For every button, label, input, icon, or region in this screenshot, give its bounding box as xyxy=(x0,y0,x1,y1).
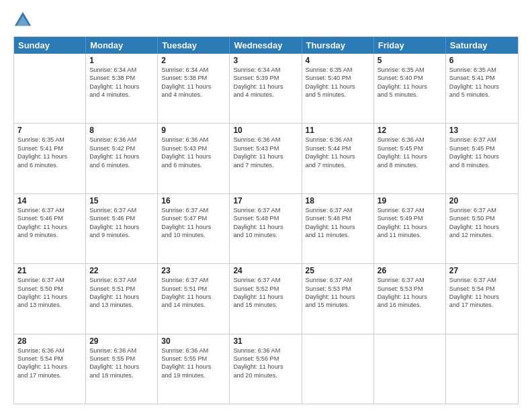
cell-info-line: Daylight: 11 hours xyxy=(161,363,226,371)
calendar-body: 1Sunrise: 6:34 AMSunset: 5:38 PMDaylight… xyxy=(14,54,518,404)
calendar-cell: 26Sunrise: 6:37 AMSunset: 5:53 PMDayligh… xyxy=(374,264,446,333)
cell-info-line: Sunset: 5:52 PM xyxy=(233,285,298,293)
cell-info-line: Daylight: 11 hours xyxy=(17,152,82,161)
calendar-cell: 10Sunrise: 6:36 AMSunset: 5:43 PMDayligh… xyxy=(230,124,302,193)
cell-info-line: Sunset: 5:44 PM xyxy=(306,144,370,152)
calendar-cell: 8Sunrise: 6:36 AMSunset: 5:42 PMDaylight… xyxy=(86,124,158,193)
calendar-cell: 24Sunrise: 6:37 AMSunset: 5:52 PMDayligh… xyxy=(230,264,302,333)
cell-info-line: Daylight: 11 hours xyxy=(161,293,226,301)
day-number: 28 xyxy=(17,336,82,346)
calendar-cell xyxy=(374,334,446,404)
day-number: 13 xyxy=(449,126,515,135)
calendar-cell xyxy=(302,334,374,404)
cell-info-line: Sunset: 5:40 PM xyxy=(378,74,442,82)
cell-info-line: Daylight: 11 hours xyxy=(378,152,442,161)
day-number: 18 xyxy=(306,196,370,205)
cell-info-line: Sunset: 5:53 PM xyxy=(378,285,442,293)
calendar-cell: 25Sunrise: 6:37 AMSunset: 5:53 PMDayligh… xyxy=(302,264,374,333)
calendar-header-cell: Thursday xyxy=(302,37,374,54)
calendar-week-row: 14Sunrise: 6:37 AMSunset: 5:46 PMDayligh… xyxy=(14,193,518,263)
cell-info-line: Daylight: 11 hours xyxy=(306,152,370,161)
cell-info-line: Daylight: 11 hours xyxy=(161,152,226,161)
calendar-cell: 31Sunrise: 6:36 AMSunset: 5:56 PMDayligh… xyxy=(230,334,302,404)
cell-info-line: Daylight: 11 hours xyxy=(378,223,442,231)
calendar-cell: 30Sunrise: 6:36 AMSunset: 5:55 PMDayligh… xyxy=(158,334,230,404)
calendar-cell: 14Sunrise: 6:37 AMSunset: 5:46 PMDayligh… xyxy=(14,194,86,263)
cell-info-line: Daylight: 11 hours xyxy=(17,293,82,301)
day-number: 1 xyxy=(89,56,154,65)
cell-info-line: Sunset: 5:45 PM xyxy=(378,144,442,152)
cell-info-line: Sunrise: 6:37 AM xyxy=(449,136,515,144)
calendar-header-cell: Friday xyxy=(374,37,446,54)
calendar-cell: 16Sunrise: 6:37 AMSunset: 5:47 PMDayligh… xyxy=(158,194,230,263)
cell-info-line: and 17 minutes. xyxy=(449,301,515,309)
cell-info-line: Sunset: 5:41 PM xyxy=(449,74,515,82)
day-number: 3 xyxy=(233,56,298,65)
day-number: 14 xyxy=(17,196,82,205)
cell-info-line: Sunset: 5:49 PM xyxy=(378,214,442,222)
calendar-cell: 3Sunrise: 6:34 AMSunset: 5:39 PMDaylight… xyxy=(230,54,302,123)
cell-info-line: Sunset: 5:50 PM xyxy=(449,214,515,222)
cell-info-line: Daylight: 11 hours xyxy=(306,83,370,91)
cell-info-line: Daylight: 11 hours xyxy=(233,223,298,231)
cell-info-line: Sunrise: 6:35 AM xyxy=(17,136,82,144)
calendar-cell xyxy=(446,334,518,404)
logo xyxy=(13,11,35,30)
cell-info-line: Sunrise: 6:36 AM xyxy=(89,347,154,355)
cell-info-line: Sunset: 5:38 PM xyxy=(161,74,226,82)
cell-info-line: Sunrise: 6:37 AM xyxy=(17,276,82,284)
calendar-cell: 21Sunrise: 6:37 AMSunset: 5:50 PMDayligh… xyxy=(14,264,86,333)
cell-info-line: Sunset: 5:42 PM xyxy=(89,144,154,152)
cell-info-line: and 4 minutes. xyxy=(89,91,154,99)
cell-info-line: Sunrise: 6:34 AM xyxy=(233,66,298,74)
cell-info-line: and 5 minutes. xyxy=(449,91,515,99)
day-number: 26 xyxy=(378,266,442,275)
day-number: 2 xyxy=(161,56,226,65)
cell-info-line: and 6 minutes. xyxy=(89,161,154,169)
cell-info-line: and 6 minutes. xyxy=(17,161,82,169)
cell-info-line: Sunrise: 6:36 AM xyxy=(233,136,298,144)
cell-info-line: Daylight: 11 hours xyxy=(233,363,298,371)
day-number: 24 xyxy=(233,266,298,275)
cell-info-line: and 11 minutes. xyxy=(378,231,442,239)
day-number: 6 xyxy=(449,56,515,65)
cell-info-line: and 10 minutes. xyxy=(161,231,226,239)
cell-info-line: Daylight: 11 hours xyxy=(449,83,515,91)
cell-info-line: Sunset: 5:40 PM xyxy=(306,74,370,82)
cell-info-line: Daylight: 11 hours xyxy=(378,293,442,301)
day-number: 16 xyxy=(161,196,226,205)
calendar-cell: 11Sunrise: 6:36 AMSunset: 5:44 PMDayligh… xyxy=(302,124,374,193)
cell-info-line: and 20 minutes. xyxy=(233,371,298,379)
calendar-week-row: 28Sunrise: 6:36 AMSunset: 5:54 PMDayligh… xyxy=(14,334,518,404)
calendar-cell: 15Sunrise: 6:37 AMSunset: 5:46 PMDayligh… xyxy=(86,194,158,263)
cell-info-line: Sunrise: 6:36 AM xyxy=(306,136,370,144)
cell-info-line: and 7 minutes. xyxy=(306,161,370,169)
header xyxy=(13,11,519,30)
cell-info-line: and 10 minutes. xyxy=(233,231,298,239)
cell-info-line: Sunset: 5:54 PM xyxy=(449,285,515,293)
day-number: 7 xyxy=(17,126,82,135)
calendar-cell: 1Sunrise: 6:34 AMSunset: 5:38 PMDaylight… xyxy=(86,54,158,123)
day-number: 11 xyxy=(306,126,370,135)
cell-info-line: Daylight: 11 hours xyxy=(17,223,82,231)
cell-info-line: and 16 minutes. xyxy=(378,301,442,309)
day-number: 17 xyxy=(233,196,298,205)
cell-info-line: Sunrise: 6:34 AM xyxy=(89,66,154,74)
cell-info-line: and 5 minutes. xyxy=(378,91,442,99)
cell-info-line: and 18 minutes. xyxy=(89,371,154,379)
day-number: 20 xyxy=(449,196,515,205)
cell-info-line: and 9 minutes. xyxy=(17,231,82,239)
day-number: 29 xyxy=(89,336,154,346)
calendar-week-row: 7Sunrise: 6:35 AMSunset: 5:41 PMDaylight… xyxy=(14,123,518,193)
cell-info-line: Daylight: 11 hours xyxy=(306,223,370,231)
day-number: 22 xyxy=(89,266,154,275)
cell-info-line: Sunset: 5:50 PM xyxy=(17,285,82,293)
cell-info-line: Daylight: 11 hours xyxy=(449,152,515,161)
cell-info-line: Daylight: 11 hours xyxy=(233,293,298,301)
cell-info-line: Sunrise: 6:36 AM xyxy=(89,136,154,144)
cell-info-line: Sunrise: 6:37 AM xyxy=(161,276,226,284)
cell-info-line: Sunset: 5:55 PM xyxy=(161,355,226,363)
cell-info-line: Sunrise: 6:37 AM xyxy=(378,206,442,214)
cell-info-line: and 19 minutes. xyxy=(161,371,226,379)
cell-info-line: Sunset: 5:51 PM xyxy=(161,285,226,293)
